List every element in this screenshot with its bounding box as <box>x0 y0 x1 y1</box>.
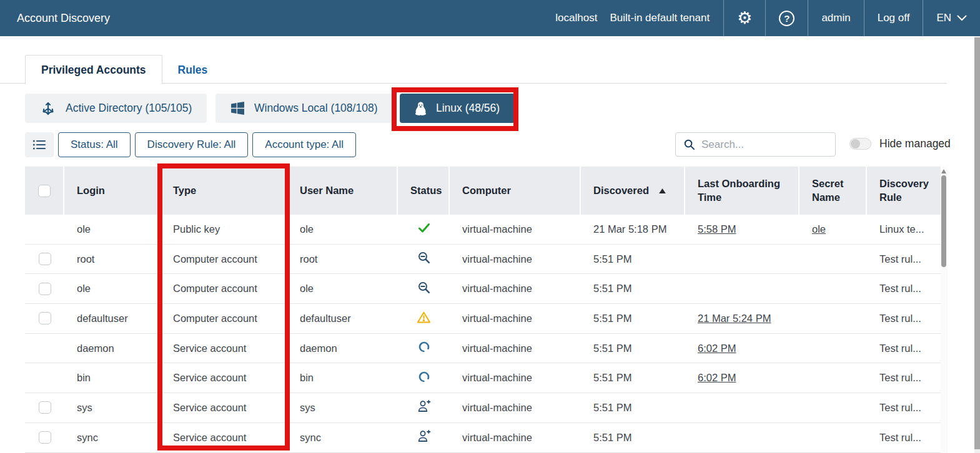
column-label: Secret Name <box>812 177 866 204</box>
discovery-rule-cell: Test rul... <box>867 343 941 354</box>
discovery-rule-cell: Test rul... <box>867 283 941 295</box>
warning-icon <box>417 311 431 326</box>
account-type-filter[interactable]: Account type: All <box>252 132 356 157</box>
row-checkbox[interactable] <box>39 312 51 324</box>
username-cell: ole <box>287 223 398 235</box>
table-row[interactable]: daemonService accountdaemonvirtual-machi… <box>25 334 941 364</box>
tab-rules[interactable]: Rules <box>162 55 224 85</box>
type-cell: Service account <box>161 343 287 354</box>
secret-name-link[interactable]: ole <box>812 223 826 235</box>
status-filter[interactable]: Status: All <box>58 132 131 157</box>
help-button[interactable]: ? <box>765 0 808 36</box>
username-cell: root <box>287 253 398 265</box>
sort-ascending-icon <box>659 188 666 193</box>
column-label: Discovered <box>593 184 649 197</box>
row-checkbox[interactable] <box>39 401 51 414</box>
user-menu[interactable]: admin <box>808 0 863 36</box>
list-icon <box>32 139 47 151</box>
windows-icon <box>230 101 245 115</box>
type-cell: Computer account <box>161 283 287 295</box>
table-row[interactable]: olePublic keyolevirtual-machine21 Mar 5:… <box>25 215 941 245</box>
status-cell <box>398 281 450 297</box>
column-header-type[interactable]: Type <box>161 167 287 215</box>
page-scrollbar[interactable] <box>974 36 980 453</box>
column-header-discovered[interactable]: Discovered <box>581 167 685 215</box>
scroll-up-icon[interactable] <box>941 169 946 173</box>
computer-cell: virtual-machine <box>450 372 581 384</box>
language-selector[interactable]: EN <box>923 0 980 36</box>
user-plus-icon <box>417 429 432 446</box>
status-cell <box>398 429 450 446</box>
column-header-login[interactable]: Login <box>64 167 161 215</box>
username-cell: defaultuser <box>287 313 398 324</box>
checkbox-cell <box>25 283 64 295</box>
table-header: LoginTypeUser NameStatusComputerDiscover… <box>25 167 941 215</box>
column-header-status[interactable]: Status <box>398 167 450 215</box>
search-input[interactable] <box>701 139 814 151</box>
column-header-user-name[interactable]: User Name <box>287 167 398 215</box>
login-cell: root <box>64 253 161 265</box>
page-scrollbar-thumb[interactable] <box>974 37 980 449</box>
onboarding-time-link[interactable]: 21 Mar 5:24 PM <box>698 313 771 324</box>
column-label: Discovery Rule <box>879 177 941 204</box>
column-label: User Name <box>300 184 354 197</box>
onboarding-time-cell: 21 Mar 5:24 PM <box>685 313 799 324</box>
type-cell: Computer account <box>161 253 287 265</box>
column-settings-button[interactable] <box>25 132 54 157</box>
onboarding-time-link[interactable]: 6:02 PM <box>698 343 736 354</box>
select-all-checkbox[interactable] <box>38 185 51 197</box>
table-row[interactable]: rootComputer accountrootvirtual-machine5… <box>25 245 941 275</box>
source-windows-local-button[interactable]: Windows Local (108/108) <box>215 94 392 123</box>
login-cell: sys <box>64 402 161 414</box>
column-header-last-onboarding-time[interactable]: Last Onboarding Time <box>685 167 799 215</box>
language-label: EN <box>936 12 951 24</box>
onboarding-time-link[interactable]: 5:58 PM <box>698 223 736 235</box>
status-cell <box>398 371 450 386</box>
tab-privileged-accounts[interactable]: Privileged Accounts <box>25 55 162 84</box>
column-header-secret-name[interactable]: Secret Name <box>799 167 867 215</box>
zoom-out-icon <box>417 251 431 267</box>
source-active-directory-button[interactable]: Active Directory (105/105) <box>25 94 207 123</box>
status-cell <box>398 341 450 356</box>
logoff-button[interactable]: Log off <box>864 0 923 36</box>
discovery-rule-cell: Test rul... <box>867 253 941 265</box>
discovery-rule-cell: Test rul... <box>867 313 941 324</box>
onboarding-time-cell: 6:02 PM <box>685 372 799 384</box>
computer-cell: virtual-machine <box>450 253 581 265</box>
type-cell: Service account <box>161 402 287 414</box>
status-cell <box>398 222 450 236</box>
username-cell: sys <box>287 402 398 414</box>
table-row[interactable]: syncService accountsyncvirtual-machine5:… <box>25 423 941 453</box>
type-cell: Service account <box>161 432 287 444</box>
table-row[interactable]: oleComputer accountolevirtual-machine5:5… <box>25 274 941 304</box>
discovery-rule-filter[interactable]: Discovery Rule: All <box>135 132 249 157</box>
table-scrollbar-thumb[interactable] <box>941 175 946 267</box>
hide-managed-toggle[interactable] <box>849 138 871 150</box>
gear-icon: ⚙ <box>737 10 752 27</box>
type-cell: Computer account <box>161 313 287 324</box>
row-checkbox[interactable] <box>39 253 51 265</box>
status-cell <box>398 399 450 416</box>
column-header-computer[interactable]: Computer <box>450 167 581 215</box>
column-header-discovery-rule[interactable]: Discovery Rule <box>867 167 941 215</box>
source-linux-button[interactable]: Linux (48/56) <box>400 94 515 123</box>
computer-cell: virtual-machine <box>450 313 581 324</box>
settings-button[interactable]: ⚙ <box>723 0 765 36</box>
toggle-knob <box>851 139 860 149</box>
table-row[interactable]: binService accountbinvirtual-machine5:51… <box>25 363 941 393</box>
row-checkbox[interactable] <box>39 431 51 444</box>
onboarding-time-cell: 5:58 PM <box>685 223 799 235</box>
active-directory-icon <box>40 100 56 117</box>
filter-bar: Status: All Discovery Rule: All Account … <box>25 132 356 157</box>
table-scrollbar[interactable] <box>941 167 948 453</box>
row-checkbox[interactable] <box>39 283 51 295</box>
search-box[interactable] <box>675 132 836 157</box>
host-label: localhost <box>549 0 603 36</box>
column-label: Computer <box>462 184 511 197</box>
table-row[interactable]: defaultuserComputer accountdefaultuservi… <box>25 304 941 334</box>
username-cell: daemon <box>287 343 398 354</box>
table-row[interactable]: sysService accountsysvirtual-machine5:51… <box>25 393 941 423</box>
column-label: Type <box>173 184 196 197</box>
checkbox-cell <box>25 312 64 324</box>
onboarding-time-link[interactable]: 6:02 PM <box>698 372 736 383</box>
